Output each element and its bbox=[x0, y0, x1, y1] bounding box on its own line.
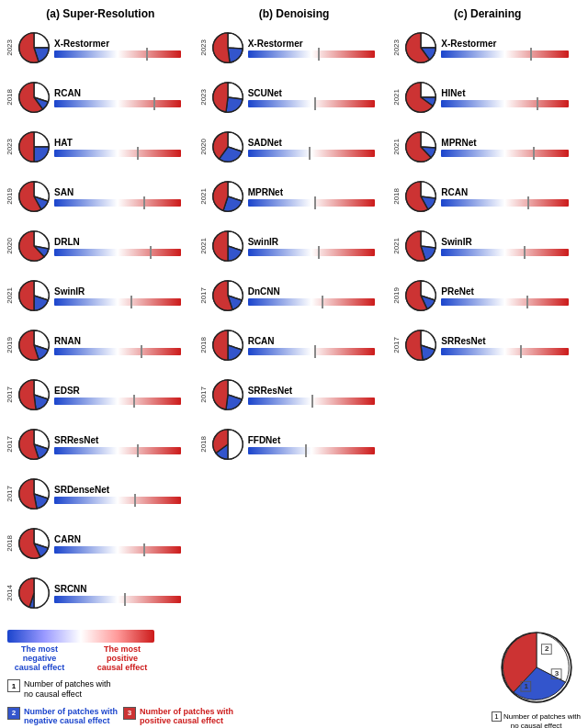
year-label: 2017 bbox=[6, 486, 17, 502]
model-row: 2018 RCAN bbox=[199, 321, 390, 369]
pie-container bbox=[210, 278, 245, 313]
model-row: 2021 HINet bbox=[392, 73, 582, 121]
model-row: 2021 SwinIR bbox=[392, 222, 582, 270]
color-bar bbox=[54, 100, 181, 107]
legend-item-no-causal: 1 Number of patches withno causal effect bbox=[7, 679, 484, 700]
model-row: 2017 SRResNet bbox=[6, 420, 196, 468]
model-row: 2017 EDSR bbox=[6, 371, 196, 419]
model-info: X-Restormer bbox=[54, 39, 196, 58]
pie-container bbox=[210, 377, 245, 412]
model-row: 2018 RCAN bbox=[392, 173, 582, 220]
model-name: RCAN bbox=[441, 187, 582, 197]
year-label: 2021 bbox=[392, 238, 403, 254]
bar-marker bbox=[143, 196, 145, 209]
model-name: SRDenseNet bbox=[54, 485, 196, 495]
color-bar bbox=[248, 398, 375, 405]
legend-items: 1 Number of patches withno causal effect… bbox=[7, 679, 484, 726]
model-name: EDSR bbox=[54, 386, 196, 396]
pie-container bbox=[210, 30, 245, 65]
col-b-header: (b) Denoising bbox=[199, 7, 390, 20]
model-info: SRResNet bbox=[248, 386, 390, 405]
color-bar bbox=[441, 199, 568, 207]
year-label: 2021 bbox=[392, 139, 403, 155]
legend-box-1: 1 bbox=[7, 679, 20, 692]
legend-text-1: Number of patches withno causal effect bbox=[24, 679, 111, 700]
model-name: X-Restormer bbox=[441, 39, 582, 49]
col-c-rows: 2023 X-Restormer 2021 HINet bbox=[392, 24, 582, 371]
model-name: X-Restormer bbox=[54, 39, 196, 49]
svg-text:2: 2 bbox=[545, 644, 549, 653]
model-info: HINet bbox=[441, 88, 582, 107]
pie-container bbox=[403, 129, 438, 164]
bar-marker bbox=[133, 395, 135, 408]
pie-container bbox=[17, 278, 51, 313]
model-name: SRResNet bbox=[54, 435, 196, 445]
year-label: 2017 bbox=[199, 287, 210, 304]
pie-container bbox=[17, 576, 51, 610]
model-name: HINet bbox=[441, 88, 582, 98]
color-bar bbox=[54, 199, 181, 207]
color-bar bbox=[248, 249, 375, 256]
color-bar bbox=[54, 546, 181, 554]
bar-marker bbox=[311, 395, 313, 408]
year-label: 2018 bbox=[199, 337, 210, 353]
color-bar bbox=[441, 150, 568, 157]
year-label: 2014 bbox=[6, 585, 17, 601]
model-row: 2020 DRLN bbox=[6, 222, 196, 270]
year-label: 2021 bbox=[199, 188, 210, 205]
pie-container bbox=[210, 80, 245, 115]
pie-container bbox=[17, 526, 51, 561]
model-info: CARN bbox=[54, 534, 196, 554]
model-info: EDSR bbox=[54, 386, 196, 405]
bar-marker bbox=[318, 48, 320, 61]
pie-container bbox=[17, 476, 51, 511]
color-bar bbox=[54, 249, 181, 256]
bar-marker bbox=[141, 345, 142, 358]
year-label: 2021 bbox=[6, 287, 17, 304]
model-name: FFDNet bbox=[248, 435, 390, 445]
model-info: SwinIR bbox=[54, 286, 196, 306]
model-row: 2021 MPRNet bbox=[392, 123, 582, 171]
legend-item-neg: 2 Number of patches withnegative causal … bbox=[7, 707, 118, 727]
model-row: 2018 FFDNet bbox=[199, 420, 390, 468]
bar-marker bbox=[318, 246, 320, 259]
model-name: SAN bbox=[54, 187, 196, 197]
model-info: DRLN bbox=[54, 237, 196, 256]
bar-marker bbox=[130, 296, 132, 308]
model-row: 2018 CARN bbox=[6, 520, 196, 567]
model-name: MPRNet bbox=[248, 187, 390, 197]
model-row: 2018 RCAN bbox=[6, 73, 196, 121]
color-bar bbox=[441, 249, 568, 256]
bar-marker bbox=[137, 147, 139, 160]
model-row: 2017 SRResNet bbox=[199, 371, 390, 419]
bar-marker bbox=[134, 494, 136, 507]
color-bar bbox=[441, 100, 568, 107]
year-label: 2018 bbox=[6, 535, 17, 552]
year-label: 2023 bbox=[199, 89, 210, 106]
pie-container bbox=[403, 229, 438, 263]
model-row: 2020 SADNet bbox=[199, 123, 390, 171]
year-label: 2020 bbox=[199, 139, 210, 155]
col-a: (a) Super-Resolution 2023 X-Restormer 20… bbox=[4, 7, 198, 619]
pie-container bbox=[210, 328, 245, 363]
model-info: SAN bbox=[54, 187, 196, 207]
model-name: DnCNN bbox=[248, 286, 390, 297]
model-info: SADNet bbox=[248, 138, 390, 157]
model-info: MPRNet bbox=[441, 138, 582, 157]
model-row: 2017 SRDenseNet bbox=[6, 470, 196, 518]
legend-box-2: 2 bbox=[7, 707, 20, 720]
bar-marker bbox=[520, 345, 522, 358]
bar-marker bbox=[526, 296, 528, 308]
model-name: DRLN bbox=[54, 237, 196, 247]
color-bar bbox=[54, 348, 181, 355]
model-name: MPRNet bbox=[441, 138, 582, 148]
bar-marker bbox=[537, 97, 538, 110]
year-label: 2021 bbox=[392, 89, 403, 106]
model-name: SCUNet bbox=[248, 88, 390, 98]
big-pie-note: 1 Number of patches withno causal effect bbox=[492, 712, 581, 728]
model-info: SRCNN bbox=[54, 584, 196, 603]
color-bar bbox=[54, 398, 181, 405]
pie-container bbox=[17, 377, 51, 412]
pie-container bbox=[210, 427, 245, 462]
model-info: RCAN bbox=[54, 88, 196, 107]
